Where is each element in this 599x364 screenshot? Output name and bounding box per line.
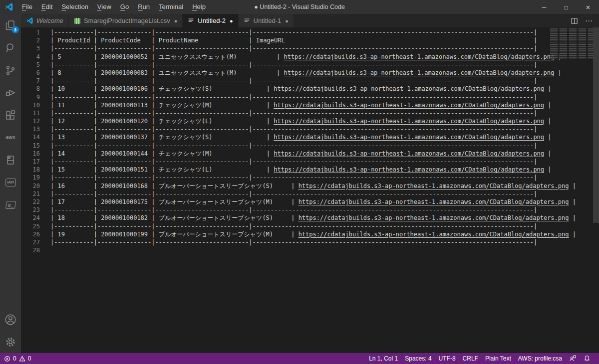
- tab-untitled-1[interactable]: Untitled-1 ●: [239, 14, 294, 27]
- vscode-logo-icon: [4, 2, 13, 11]
- code-line[interactable]: | ProductId | ProductCode | ProductName …: [50, 36, 599, 44]
- menu-terminal[interactable]: Terminal: [154, 0, 188, 14]
- language-mode[interactable]: Plain Text: [482, 355, 515, 362]
- code-line[interactable]: | 15 | 2000001000151 | チェックシャツ(L) | http…: [50, 166, 599, 174]
- code-line[interactable]: [50, 246, 599, 254]
- code-line[interactable]: | 17 | 2000001000175 | プルオーバーショートスリーブシャツ…: [50, 198, 599, 206]
- code-line[interactable]: | 12 | 2000001000120 | チェックシャツ(L) | http…: [50, 117, 599, 125]
- code-content: |-----------|---------------|-----------…: [50, 28, 599, 254]
- run-debug-icon[interactable]: [0, 81, 21, 104]
- aws-toolkit-icon[interactable]: aws: [0, 126, 21, 149]
- notifications-bell-icon[interactable]: [580, 355, 594, 362]
- image-url-link[interactable]: https://cdatajbuilds.s3-ap-northeast-1.a…: [274, 150, 544, 157]
- code-line[interactable]: | 18 | 2000001000182 | プルオーバーショートスリーブシャツ…: [50, 214, 599, 222]
- code-line[interactable]: |-----------|---------------|-----------…: [50, 174, 599, 182]
- code-line[interactable]: |-----------|---------------|-----------…: [50, 190, 599, 198]
- line-number: 9: [21, 93, 40, 101]
- code-line[interactable]: | 19 | 2000001000199 | プルオーバーショートスリーブシャツ…: [50, 230, 599, 238]
- warning-icon: [19, 356, 25, 362]
- image-url-link[interactable]: https://cdatajbuilds.s3-ap-northeast-1.a…: [274, 166, 544, 173]
- code-line[interactable]: |-----------|---------------|-----------…: [50, 61, 599, 69]
- source-control-icon[interactable]: [0, 59, 21, 81]
- code-line[interactable]: |-----------|---------------|-----------…: [50, 125, 599, 133]
- minimize-button[interactable]: –: [533, 0, 555, 14]
- image-url-link[interactable]: https://cdatajbuilds.s3-ap-northeast-1.a…: [274, 134, 544, 141]
- code-line[interactable]: | 13 | 2000001000137 | チェックシャツ(S) | http…: [50, 133, 599, 141]
- settings-gear-icon[interactable]: [0, 331, 21, 353]
- menu-file[interactable]: File: [17, 0, 37, 14]
- code-line[interactable]: | 8 | 2000001000083 | ユニセックススウェット(M) | h…: [50, 69, 599, 77]
- vertical-scrollbar[interactable]: [593, 27, 599, 223]
- minimap[interactable]: [550, 28, 593, 59]
- extensions-icon[interactable]: [0, 104, 21, 126]
- code-line[interactable]: | 10 | 2000001000106 | チェックシャツ(S) | http…: [50, 85, 599, 93]
- menu-edit[interactable]: Edit: [37, 0, 57, 14]
- menu-help[interactable]: Help: [188, 0, 210, 14]
- code-line[interactable]: |-----------|---------------|-----------…: [50, 93, 599, 101]
- indentation[interactable]: Spaces: 4: [401, 355, 435, 362]
- image-url-link[interactable]: https://cdatajbuilds.s3-ap-northeast-1.a…: [299, 231, 569, 238]
- line-number: 7: [21, 77, 40, 85]
- editor-pane[interactable]: 1234567891011121314151617181920212223242…: [21, 27, 599, 353]
- line-number: 20: [21, 182, 40, 190]
- maximize-button[interactable]: ☐: [555, 0, 577, 14]
- close-button[interactable]: ✕: [577, 0, 599, 14]
- cursor-position[interactable]: Ln 1, Col 1: [365, 355, 401, 362]
- code-line[interactable]: |-----------|---------------|-----------…: [50, 77, 599, 85]
- explorer-badge: 3: [11, 26, 19, 33]
- line-number: 8: [21, 85, 40, 93]
- api-client-icon[interactable]: /API: [0, 171, 21, 193]
- menu-selection[interactable]: Selection: [57, 0, 92, 14]
- powershell-icon[interactable]: ≥_: [0, 193, 21, 216]
- tab-smaregi-csv[interactable]: SmaregiProductImageList.csv ●: [69, 14, 182, 27]
- code-line[interactable]: | 16 | 2000001000168 | プルオーバーショートスリーブシャツ…: [50, 182, 599, 190]
- image-url-link[interactable]: https://cdatajbuilds.s3-ap-northeast-1.a…: [274, 118, 544, 125]
- image-url-link[interactable]: https://cdatajbuilds.s3-ap-northeast-1.a…: [284, 69, 554, 76]
- menu-view[interactable]: View: [93, 0, 116, 14]
- explorer-icon[interactable]: 3: [0, 14, 21, 36]
- search-icon[interactable]: [0, 36, 21, 59]
- tab-label: SmaregiProductImageList.csv: [84, 17, 170, 24]
- menu-bar: FileEditSelectionViewGoRunTerminalHelp: [17, 0, 210, 14]
- code-line[interactable]: |-----------|---------------|-----------…: [50, 222, 599, 230]
- more-actions-icon[interactable]: ⋯: [585, 16, 593, 25]
- tab-untitled-2[interactable]: Untitled-2 ●: [183, 14, 238, 27]
- line-number: 2: [21, 36, 40, 44]
- code-line[interactable]: |-----------|---------------|-----------…: [50, 28, 599, 36]
- text-file-icon: [188, 17, 195, 24]
- error-icon: [4, 356, 10, 362]
- aws-profile[interactable]: AWS: profile:csa: [515, 355, 566, 362]
- warning-count: 0: [28, 355, 31, 362]
- code-line[interactable]: |-----------|---------------|-----------…: [50, 109, 599, 117]
- menu-go[interactable]: Go: [116, 0, 133, 14]
- code-line[interactable]: |-----------|---------------|-----------…: [50, 44, 599, 52]
- menu-run[interactable]: Run: [133, 0, 154, 14]
- line-number: 1: [21, 28, 40, 36]
- split-editor-icon[interactable]: [571, 17, 578, 24]
- image-url-link[interactable]: https://cdatajbuilds.s3-ap-northeast-1.a…: [274, 102, 544, 109]
- eol-sequence[interactable]: CRLF: [459, 355, 482, 362]
- account-icon[interactable]: [0, 308, 21, 331]
- code-line[interactable]: | 5 | 2000001000052 | ユニセックススウェット(M) | h…: [50, 53, 599, 61]
- line-number: 25: [21, 222, 40, 230]
- image-url-link[interactable]: https://cdatajbuilds.s3-ap-northeast-1.a…: [299, 182, 569, 189]
- remote-explorer-icon[interactable]: [0, 149, 21, 171]
- tab-bar: Welcome SmaregiProductImageList.csv ● Un…: [21, 14, 599, 27]
- code-line[interactable]: |-----------|---------------|-----------…: [50, 142, 599, 150]
- encoding[interactable]: UTF-8: [435, 355, 459, 362]
- code-line[interactable]: | 11 | 2000001000113 | チェックシャツ(M) | http…: [50, 101, 599, 109]
- code-line[interactable]: |-----------|---------------|-----------…: [50, 206, 599, 214]
- vscode-logo-icon: [26, 17, 33, 24]
- line-number: 5: [21, 61, 40, 69]
- feedback-icon[interactable]: [566, 355, 580, 362]
- code-line[interactable]: | 14 | 2000001000144 | チェックシャツ(M) | http…: [50, 150, 599, 158]
- image-url-link[interactable]: https://cdatajbuilds.s3-ap-northeast-1.a…: [274, 85, 544, 92]
- code-line[interactable]: |-----------|---------------|-----------…: [50, 238, 599, 246]
- image-url-link[interactable]: https://cdatajbuilds.s3-ap-northeast-1.a…: [299, 198, 569, 205]
- image-url-link[interactable]: https://cdatajbuilds.s3-ap-northeast-1.a…: [284, 53, 554, 60]
- code-line[interactable]: |-----------|---------------|-----------…: [50, 158, 599, 166]
- problems-indicator[interactable]: 0 0: [4, 355, 31, 362]
- image-url-link[interactable]: https://cdatajbuilds.s3-ap-northeast-1.a…: [299, 214, 569, 221]
- tab-welcome[interactable]: Welcome: [21, 14, 68, 27]
- line-number: 22: [21, 198, 40, 206]
